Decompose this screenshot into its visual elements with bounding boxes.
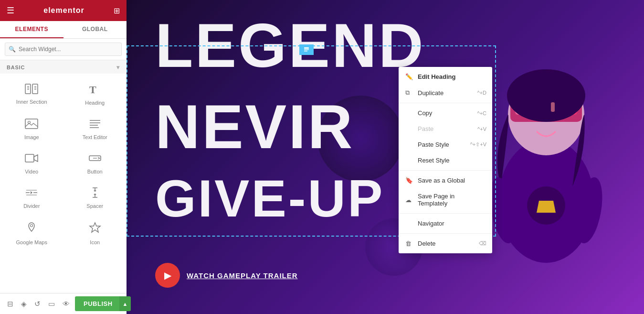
preview-icon[interactable]: 👁 — [60, 298, 72, 310]
ctx-paste-shortcut: ^+V — [477, 126, 486, 132]
video-icon — [25, 152, 38, 166]
spacer-icon — [88, 187, 102, 200]
svg-point-30 — [31, 225, 33, 227]
tab-global[interactable]: GLOBAL — [63, 21, 127, 38]
context-menu-navigator[interactable]: Navigator — [399, 216, 492, 231]
widget-spacer[interactable]: Spacer — [63, 180, 127, 214]
widget-divider[interactable]: Divider — [0, 180, 63, 214]
widget-heading[interactable]: T Heading — [63, 76, 127, 111]
widget-button[interactable]: Button — [63, 145, 127, 180]
widget-video-label: Video — [25, 169, 38, 174]
context-menu-paste[interactable]: Paste ^+V — [399, 121, 492, 137]
play-button[interactable]: ▶ — [155, 263, 180, 288]
publish-dropdown-button[interactable]: ▲ — [119, 296, 131, 311]
divider-icon — [25, 187, 38, 200]
tab-elements[interactable]: ELEMENTS — [0, 21, 63, 38]
context-menu-duplicate[interactable]: ⧉ Duplicate ^+D — [399, 85, 492, 101]
ctx-divider-2 — [399, 170, 492, 171]
basic-section-header[interactable]: BASIC ▾ — [0, 60, 127, 74]
ctx-divider-1 — [399, 103, 492, 103]
svg-rect-44 — [304, 49, 309, 50]
ctx-paste-style-shortcut: ^+⇧+V — [470, 141, 486, 148]
widget-google-maps[interactable]: Google Maps — [0, 214, 63, 250]
ctx-duplicate-label: Duplicate — [418, 89, 443, 97]
context-menu-save-global[interactable]: 🔖 Save as a Global — [399, 173, 492, 188]
canvas-legend-text: LEGEND — [155, 14, 425, 76]
svg-rect-4 — [32, 84, 38, 94]
context-menu-paste-style[interactable]: Paste Style ^+⇧+V — [399, 137, 492, 152]
widget-video[interactable]: Video — [0, 145, 63, 180]
widget-text-editor[interactable]: Text Editor — [63, 111, 127, 145]
sidebar: ☰ elementor ⊞ ELEMENTS GLOBAL 🔍 BASIC ▾ — [0, 0, 127, 314]
hamburger-icon[interactable]: ☰ — [7, 5, 14, 16]
edit-handle[interactable] — [299, 44, 314, 55]
svg-rect-45 — [304, 51, 307, 52]
heading-icon: T — [88, 83, 102, 97]
svg-marker-29 — [94, 194, 96, 195]
chevron-down-icon: ▾ — [116, 64, 120, 71]
publish-button[interactable]: PUBLISH — [75, 296, 121, 311]
context-menu-reset-style[interactable]: Reset Style — [399, 152, 492, 168]
ctx-delete-label: Delete — [418, 240, 436, 247]
svg-rect-9 — [25, 119, 38, 129]
ctx-paste-label: Paste — [418, 125, 433, 132]
sidebar-header: ☰ elementor ⊞ — [0, 0, 127, 21]
svg-marker-16 — [34, 155, 38, 162]
layers-icon[interactable]: ⊟ — [5, 298, 16, 310]
svg-text:T: T — [89, 84, 96, 95]
widgets-grid: Inner Section T Heading — [0, 74, 127, 252]
pencil-icon: ✏️ — [405, 73, 413, 80]
basic-section-label: BASIC — [7, 65, 25, 70]
svg-marker-41 — [537, 201, 556, 213]
widget-google-maps-label: Google Maps — [16, 239, 47, 245]
svg-marker-28 — [94, 190, 96, 191]
widget-heading-label: Heading — [85, 100, 105, 106]
svg-rect-0 — [25, 84, 31, 94]
svg-rect-43 — [304, 47, 309, 49]
bottom-toolbar: ⊟ ◈ ↺ ▭ 👁 PUBLISH ▲ — [0, 293, 127, 314]
svg-point-37 — [507, 69, 585, 122]
ctx-paste-style-label: Paste Style — [418, 141, 449, 148]
svg-marker-20 — [31, 191, 32, 194]
icon-widget-icon — [88, 221, 102, 237]
ctx-duplicate-shortcut: ^+D — [477, 90, 486, 96]
ctx-reset-style-label: Reset Style — [418, 157, 449, 164]
widget-button-label: Button — [87, 169, 103, 174]
basic-section: BASIC ▾ Inner Sec — [0, 60, 127, 254]
watch-gameplay-label: WATCH GAMEPLAY TRAILER — [187, 271, 298, 280]
search-icon: 🔍 — [9, 46, 16, 53]
widget-icon[interactable]: Icon — [63, 214, 127, 250]
search-input[interactable] — [5, 43, 122, 56]
widget-inner-section[interactable]: Inner Section — [0, 76, 63, 111]
widget-divider-label: Divider — [23, 203, 40, 209]
ctx-save-templately-label: Save Page in Templately — [418, 193, 486, 207]
image-icon — [25, 118, 38, 131]
context-menu-save-templately[interactable]: ☁ Save Page in Templately — [399, 188, 492, 211]
inner-section-icon — [25, 84, 38, 96]
svg-rect-15 — [25, 154, 34, 162]
widget-text-editor-label: Text Editor — [83, 134, 107, 140]
ctx-divider-3 — [399, 213, 492, 214]
canvas-watch-bar[interactable]: ▶ WATCH GAMEPLAY TRAILER — [155, 263, 298, 288]
widget-spacer-label: Spacer — [86, 203, 103, 209]
context-menu-delete[interactable]: 🗑 Delete ⌫ — [399, 236, 492, 251]
canvas-giveup-text: GIVE-UP — [155, 172, 384, 225]
widget-icon-label: Icon — [90, 239, 100, 245]
button-icon — [88, 152, 102, 166]
widget-inner-section-label: Inner Section — [16, 99, 47, 105]
grid-icon[interactable]: ⊞ — [114, 6, 120, 15]
context-menu-copy[interactable]: Copy ^+C — [399, 105, 492, 121]
widgets-icon[interactable]: ◈ — [19, 298, 29, 310]
context-menu: ✏️ Edit Heading ⧉ Duplicate ^+D Copy ^+C… — [399, 67, 492, 253]
context-menu-edit-heading[interactable]: ✏️ Edit Heading — [399, 69, 492, 85]
publish-wrap: PUBLISH ▲ — [75, 296, 131, 311]
text-editor-icon — [88, 118, 102, 131]
widget-image[interactable]: Image — [0, 111, 63, 145]
sidebar-tabs: ELEMENTS GLOBAL — [0, 21, 127, 39]
svg-rect-42 — [551, 102, 555, 112]
widget-image-label: Image — [24, 134, 39, 140]
ctx-save-global-label: Save as a Global — [418, 177, 465, 184]
canvas-area: LEGEND NEVIR GIVE-UP ▶ WATCH GAMEPLAY TR… — [127, 0, 644, 314]
responsive-icon[interactable]: ▭ — [46, 298, 57, 310]
history-icon[interactable]: ↺ — [32, 298, 43, 310]
